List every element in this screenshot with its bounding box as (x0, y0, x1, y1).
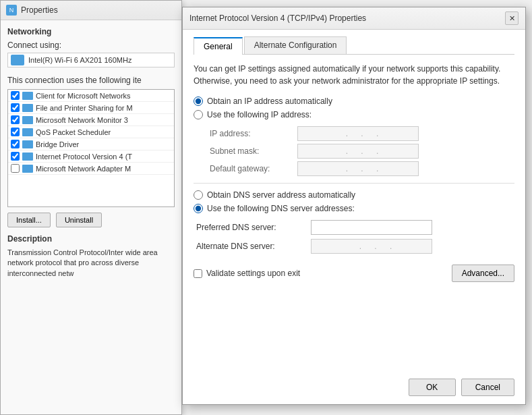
dialog-buttons: OK Cancel (409, 379, 514, 396)
list-item: Internet Protocol Version 4 (T (8, 150, 174, 163)
dialog-titlebar: Internet Protocol Version 4 (TCP/IPv4) P… (183, 7, 525, 30)
description-text: Transmission Control Protocol/Inter wide… (7, 248, 175, 279)
connection-list-label: This connection uses the following ite (7, 76, 175, 85)
list-item-checkbox[interactable] (11, 152, 20, 161)
auto-obtain-ip-label: Obtain an IP address automatically (207, 96, 332, 106)
dns-section: Obtain DNS server address automatically … (194, 190, 514, 254)
validate-row: Validate settings upon exit (194, 269, 300, 278)
subnet-mask-dots: . . . (332, 146, 384, 156)
window-icon: N (6, 5, 17, 16)
preferred-dns-label: Preferred DNS server: (196, 223, 311, 232)
dialog-title: Internet Protocol Version 4 (TCP/IPv4) P… (189, 13, 366, 23)
default-gateway-row: Default gateway: . . . (210, 161, 514, 176)
properties-window: N Properties Networking Connect using: I… (0, 0, 182, 415)
info-text: You can get IP settings assigned automat… (194, 63, 514, 87)
tabs-container: General Alternate Configuration (194, 36, 514, 55)
description-label: Description (7, 234, 175, 244)
auto-obtain-dns-item: Obtain DNS server address automatically (194, 190, 514, 200)
items-list: Client for Microsoft NetworksFile and Pr… (7, 89, 175, 207)
item-icon (22, 92, 33, 100)
use-following-dns-item: Use the following DNS server addresses: (194, 204, 514, 213)
bg-window-title: Properties (21, 5, 58, 15)
list-item: Microsoft Network Monitor 3 (8, 114, 174, 126)
use-following-ip-item: Use the following IP address: (194, 110, 514, 119)
networking-label: Networking (7, 27, 175, 36)
item-text: Microsoft Network Adapter M (36, 165, 131, 173)
subnet-mask-input[interactable]: . . . (297, 144, 419, 159)
list-item: Microsoft Network Adapter M (8, 163, 174, 175)
preferred-dns-row: Preferred DNS server: (196, 220, 514, 235)
item-icon (22, 128, 33, 136)
description-section: Description Transmission Control Protoco… (7, 234, 175, 279)
list-item: QoS Packet Scheduler (8, 126, 174, 138)
connect-using-label: Connect using: (7, 40, 175, 50)
auto-obtain-ip-radio[interactable] (194, 96, 203, 106)
ipv4-dialog: Internet Protocol Version 4 (TCP/IPv4) P… (182, 7, 526, 405)
tab-alternate-config[interactable]: Alternate Configuration (244, 36, 347, 54)
buttons-row: Install... Uninstall (7, 213, 175, 227)
list-item: Client for Microsoft Networks (8, 90, 174, 102)
tab-general[interactable]: General (194, 37, 243, 55)
validate-checkbox[interactable] (194, 269, 202, 278)
alternate-dns-dots: . . . (346, 242, 398, 251)
ip-address-row: IP address: . . . (210, 126, 514, 141)
bg-titlebar: N Properties (1, 1, 181, 20)
default-gateway-dots: . . . (332, 164, 384, 173)
close-button[interactable]: ✕ (505, 11, 519, 25)
alternate-dns-label: Alternate DNS server: (196, 242, 311, 251)
list-item-checkbox[interactable] (11, 115, 20, 124)
ok-button[interactable]: OK (409, 379, 456, 396)
install-button[interactable]: Install... (7, 213, 51, 227)
subnet-mask-label: Subnet mask: (210, 146, 297, 156)
use-following-dns-label: Use the following DNS server addresses: (207, 204, 355, 213)
item-icon (22, 116, 33, 124)
list-item: Bridge Driver (8, 138, 174, 150)
auto-obtain-ip-item: Obtain an IP address automatically (194, 96, 514, 106)
item-text: QoS Packet Scheduler (36, 128, 111, 136)
item-text: File and Printer Sharing for M (36, 104, 133, 112)
advanced-button[interactable]: Advanced... (452, 265, 514, 282)
use-following-ip-radio[interactable] (194, 110, 203, 119)
item-text: Bridge Driver (36, 140, 79, 148)
ip-address-label: IP address: (210, 129, 297, 138)
preferred-dns-input[interactable] (311, 220, 432, 235)
default-gateway-input[interactable]: . . . (297, 161, 419, 176)
default-gateway-label: Default gateway: (210, 164, 297, 173)
dns-radio-group: Obtain DNS server address automatically … (194, 190, 514, 213)
ip-address-dots: . . . (332, 129, 384, 138)
adapter-icon (11, 55, 24, 65)
cancel-button[interactable]: Cancel (461, 379, 514, 396)
list-item-checkbox[interactable] (11, 128, 20, 136)
use-following-ip-label: Use the following IP address: (207, 110, 312, 119)
ip-radio-group: Obtain an IP address automatically Use t… (194, 96, 514, 119)
use-following-dns-radio[interactable] (194, 204, 203, 213)
list-item-checkbox[interactable] (11, 140, 20, 148)
item-text: Client for Microsoft Networks (36, 92, 131, 100)
divider (194, 183, 514, 184)
item-icon (22, 165, 33, 173)
list-item-checkbox[interactable] (11, 164, 20, 173)
alternate-dns-row: Alternate DNS server: . . . (196, 239, 514, 254)
dialog-body: General Alternate Configuration You can … (183, 30, 525, 289)
bottom-section: Validate settings upon exit Advanced... (194, 265, 514, 282)
uninstall-button[interactable]: Uninstall (56, 213, 102, 227)
alternate-dns-input[interactable]: . . . (311, 239, 432, 254)
list-item-checkbox[interactable] (11, 103, 20, 112)
item-icon (22, 140, 33, 148)
ip-address-input[interactable]: . . . (297, 126, 419, 141)
subnet-mask-row: Subnet mask: . . . (210, 144, 514, 159)
item-icon (22, 153, 33, 161)
item-icon (22, 104, 33, 112)
item-text: Microsoft Network Monitor 3 (36, 116, 128, 124)
adapter-row: Intel(R) Wi-Fi 6 AX201 160MHz (7, 53, 175, 67)
adapter-name: Intel(R) Wi-Fi 6 AX201 160MHz (28, 56, 131, 64)
list-item: File and Printer Sharing for M (8, 102, 174, 114)
list-item-checkbox[interactable] (11, 91, 20, 100)
auto-obtain-dns-radio[interactable] (194, 190, 203, 200)
auto-obtain-dns-label: Obtain DNS server address automatically (207, 190, 355, 200)
validate-label: Validate settings upon exit (206, 269, 300, 278)
dns-fields: Preferred DNS server: Alternate DNS serv… (196, 220, 514, 254)
ip-fields: IP address: . . . Subnet mask: . . . Def… (210, 126, 514, 176)
item-text: Internet Protocol Version 4 (T (36, 153, 132, 161)
